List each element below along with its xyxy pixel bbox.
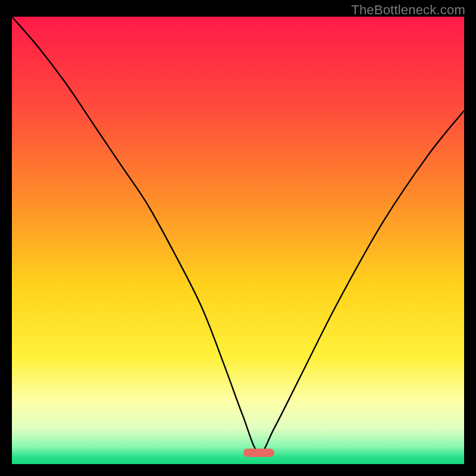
bottleneck-curve	[12, 17, 464, 464]
chart-frame: TheBottleneck.com	[0, 0, 476, 476]
watermark-text: TheBottleneck.com	[351, 2, 465, 18]
curve-path	[12, 17, 464, 453]
plot-area	[12, 17, 464, 464]
optimal-marker	[243, 449, 274, 457]
